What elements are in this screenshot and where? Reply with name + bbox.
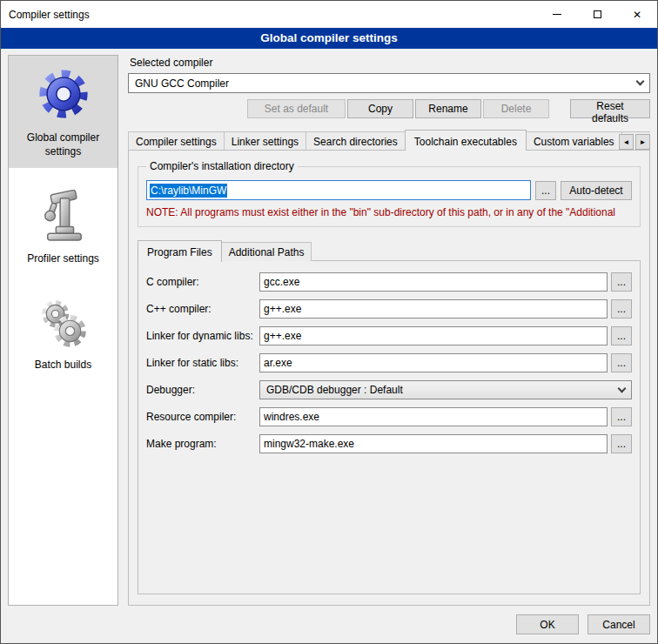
field-label: Linker for dynamic libs: (146, 330, 259, 342)
profiler-tool-icon (39, 232, 88, 245)
field-row-c-compiler: C compiler: ... (146, 272, 632, 292)
main-row: Global compiler settings (8, 55, 650, 606)
chevron-down-icon (636, 77, 645, 86)
dialog-footer: OK Cancel (8, 606, 650, 643)
reset-defaults-button[interactable]: Reset defaults (570, 99, 650, 118)
blue-gear-icon (37, 111, 91, 124)
tab-scroll-left-button[interactable]: ◄ (619, 134, 634, 150)
window-controls: ✕ (537, 1, 657, 28)
dynamic-linker-input[interactable] (259, 326, 608, 345)
browse-dynamic-linker-button[interactable]: ... (611, 326, 632, 345)
tab-scroll-arrows: ◄ ► (616, 134, 650, 150)
debugger-value: GDB/CDB debugger : Default (266, 384, 403, 396)
dialog-body: Global compiler settings (1, 49, 657, 643)
cpp-compiler-input[interactable] (259, 299, 608, 319)
minimize-icon (553, 14, 561, 15)
chevron-down-icon (618, 384, 627, 392)
copy-button[interactable]: Copy (347, 99, 413, 118)
program-files-panel: C compiler: ... C++ compiler: ... Linker… (138, 260, 641, 594)
sidebar-item-batch-builds[interactable]: Batch builds (9, 286, 118, 382)
settings-tabstrip: Compiler settings Linker settings Search… (128, 130, 650, 151)
tab-scroll-right-button[interactable]: ► (635, 134, 650, 150)
field-row-debugger: Debugger: GDB/CDB debugger : Default (146, 380, 632, 399)
debugger-combobox[interactable]: GDB/CDB debugger : Default (259, 380, 632, 399)
static-linker-input[interactable] (259, 353, 608, 372)
ok-button[interactable]: OK (516, 614, 579, 634)
compiler-settings-window: Compiler settings ✕ Global compiler sett… (0, 0, 658, 644)
browse-make-program-button[interactable]: ... (611, 434, 632, 453)
cancel-button[interactable]: Cancel (588, 614, 650, 634)
auto-detect-button[interactable]: Auto-detect (561, 181, 632, 200)
installation-directory-value: C:\raylib\MinGW (150, 184, 227, 198)
rename-button[interactable]: Rename (415, 99, 481, 118)
set-as-default-button[interactable]: Set as default (247, 99, 346, 118)
resource-compiler-input[interactable] (259, 407, 608, 426)
content-area: Selected compiler GNU GCC Compiler Set a… (128, 55, 650, 606)
tab-linker-settings[interactable]: Linker settings (224, 131, 306, 151)
bin-subdirectory-note: NOTE: All programs must exist either in … (146, 206, 632, 218)
field-row-cpp-compiler: C++ compiler: ... (146, 299, 632, 319)
field-label: C compiler: (146, 276, 259, 288)
installation-directory-input[interactable]: C:\raylib\MinGW (146, 180, 531, 200)
close-icon: ✕ (633, 10, 641, 20)
selected-compiler-combobox[interactable]: GNU GCC Compiler (128, 73, 650, 93)
close-button[interactable]: ✕ (617, 1, 657, 28)
toolchain-executables-panel: Compiler's installation directory C:\ray… (128, 150, 650, 606)
compiler-button-row: Set as default Copy Rename Delete Reset … (128, 99, 650, 118)
field-row-dynamic-linker: Linker for dynamic libs: ... (146, 326, 632, 345)
tab-custom-variables[interactable]: Custom variables (526, 131, 622, 151)
sidebar-item-label: Global compiler settings (11, 131, 115, 158)
installation-directory-title: Compiler's installation directory (146, 160, 298, 172)
make-program-input[interactable] (259, 434, 608, 453)
browse-c-compiler-button[interactable]: ... (611, 272, 632, 292)
tab-toolchain-executables[interactable]: Toolchain executables (405, 130, 527, 151)
tab-compiler-settings[interactable]: Compiler settings (128, 131, 225, 151)
window-title: Compiler settings (1, 9, 90, 21)
field-label: Resource compiler: (146, 411, 259, 423)
browse-cpp-compiler-button[interactable]: ... (611, 299, 632, 319)
maximize-icon (594, 10, 601, 18)
field-label: C++ compiler: (146, 303, 259, 315)
field-row-make-program: Make program: ... (146, 434, 632, 453)
tab-program-files[interactable]: Program Files (138, 240, 222, 262)
settings-category-sidebar: Global compiler settings (8, 55, 118, 606)
selected-compiler-label: Selected compiler (130, 57, 650, 69)
tab-additional-paths[interactable]: Additional Paths (221, 242, 312, 261)
gray-gears-icon (37, 339, 90, 351)
c-compiler-input[interactable] (259, 272, 608, 292)
tab-search-directories[interactable]: Search directories (306, 131, 406, 151)
sidebar-item-label: Batch builds (11, 359, 115, 372)
field-row-static-linker: Linker for static libs: ... (146, 353, 632, 372)
field-label: Debugger: (146, 384, 259, 396)
sidebar-item-global-compiler-settings[interactable]: Global compiler settings (9, 56, 118, 168)
browse-resource-compiler-button[interactable]: ... (611, 407, 632, 426)
program-files-tabstrip: Program Files Additional Paths (138, 240, 641, 261)
field-row-resource-compiler: Resource compiler: ... (146, 407, 632, 426)
sidebar-item-label: Profiler settings (11, 252, 115, 266)
installation-directory-groupbox: Compiler's installation directory C:\ray… (138, 166, 641, 227)
selected-compiler-value: GNU GCC Compiler (135, 77, 229, 90)
delete-button[interactable]: Delete (483, 99, 549, 118)
field-label: Make program: (146, 438, 259, 450)
dialog-header: Global compiler settings (1, 28, 657, 49)
sidebar-item-profiler-settings[interactable]: Profiler settings (9, 178, 118, 276)
minimize-button[interactable] (537, 1, 577, 28)
browse-directory-button[interactable]: ... (535, 181, 556, 200)
field-label: Linker for static libs: (146, 357, 259, 369)
maximize-button[interactable] (577, 1, 617, 28)
titlebar: Compiler settings ✕ (1, 1, 657, 28)
installation-directory-row: C:\raylib\MinGW ... Auto-detect (146, 180, 632, 200)
browse-static-linker-button[interactable]: ... (611, 353, 632, 372)
